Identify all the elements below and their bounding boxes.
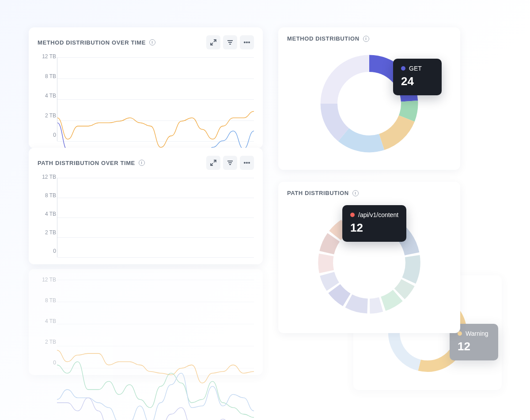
title-text: PATH DISTRIBUTION xyxy=(287,190,349,196)
tooltip-value: 12 xyxy=(458,340,490,353)
tooltip-label: /api/v1/content xyxy=(358,211,398,218)
chart-body: 12 TB 8 TB 4 TB 2 TB 0 xyxy=(29,54,263,148)
expand-icon xyxy=(210,159,217,166)
more-button[interactable] xyxy=(240,35,254,49)
card-header: PATH DISTRIBUTION i xyxy=(278,182,460,196)
card-title: METHOD DISTRIBUTION OVER TIME i xyxy=(38,39,155,46)
donut-wrap: /api/v1/content 12 xyxy=(278,196,460,333)
tooltip-label: GET xyxy=(409,65,422,72)
card-path-over-time: PATH DISTRIBUTION OVER TIME i 12 TB 8 TB… xyxy=(29,148,263,264)
y-axis: 12 TB 8 TB 4 TB 2 TB 0 xyxy=(34,54,56,138)
info-icon[interactable]: i xyxy=(149,39,155,45)
legend-dot xyxy=(350,213,355,217)
card-title: PATH DISTRIBUTION i xyxy=(287,190,359,196)
tooltip-label-row: GET xyxy=(401,65,434,72)
info-icon[interactable]: i xyxy=(139,160,145,166)
card-header: METHOD DISTRIBUTION OVER TIME i xyxy=(29,27,263,54)
expand-button[interactable] xyxy=(206,156,220,170)
svg-point-4 xyxy=(246,162,247,163)
y-tick: 0 xyxy=(34,132,56,138)
expand-button[interactable] xyxy=(206,35,220,49)
y-tick: 4 TB xyxy=(34,93,56,98)
y-tick: 12 TB xyxy=(34,54,56,59)
plot-area xyxy=(57,280,254,368)
y-tick: 0 xyxy=(34,360,56,365)
chart-body: 12 TB 8 TB 4 TB 2 TB 0 xyxy=(29,269,263,375)
tooltip-label: Warning xyxy=(466,330,488,337)
card-header: PATH DISTRIBUTION OVER TIME i xyxy=(29,148,263,174)
tooltip-value: 12 xyxy=(350,221,398,235)
svg-point-2 xyxy=(249,42,250,43)
y-tick: 8 TB xyxy=(34,74,56,79)
legend-dot xyxy=(401,66,405,71)
card-title: METHOD DISTRIBUTION i xyxy=(287,35,369,42)
title-text: METHOD DISTRIBUTION OVER TIME xyxy=(38,39,146,46)
svg-point-3 xyxy=(244,162,245,163)
y-tick: 12 TB xyxy=(34,277,56,282)
tooltip-label-row: /api/v1/content xyxy=(350,211,398,218)
card-method-dist: METHOD DISTRIBUTION i GET 24 xyxy=(278,27,460,170)
donut-wrap: GET 24 xyxy=(278,42,460,170)
title-text: METHOD DISTRIBUTION xyxy=(287,35,360,42)
svg-point-0 xyxy=(244,42,245,43)
y-tick: 8 TB xyxy=(34,193,56,198)
tooltip-label-row: Warning xyxy=(458,330,490,337)
tooltip-value: 24 xyxy=(401,75,434,88)
svg-point-5 xyxy=(249,162,250,163)
y-tick: 2 TB xyxy=(34,339,56,345)
y-tick: 12 TB xyxy=(34,174,56,180)
header-actions xyxy=(206,156,254,170)
y-tick: 4 TB xyxy=(34,211,56,217)
y-tick: 2 TB xyxy=(34,230,56,235)
tooltip-path: /api/v1/content 12 xyxy=(342,205,406,242)
filter-button[interactable] xyxy=(223,35,237,49)
plot-area xyxy=(57,57,254,141)
card-method-over-time: METHOD DISTRIBUTION OVER TIME i 12 TB 8 … xyxy=(29,27,263,148)
plot-area xyxy=(57,178,254,257)
more-icon xyxy=(243,159,250,166)
filter-icon xyxy=(227,159,234,166)
more-icon xyxy=(243,39,250,46)
y-axis: 12 TB 8 TB 4 TB 2 TB 0 xyxy=(34,277,56,365)
expand-icon xyxy=(210,39,217,46)
more-button[interactable] xyxy=(240,156,254,170)
chart-body: 12 TB 8 TB 4 TB 2 TB 0 xyxy=(29,174,263,264)
y-tick: 4 TB xyxy=(34,319,56,324)
y-tick: 2 TB xyxy=(34,113,56,118)
y-tick: 0 xyxy=(34,248,56,254)
y-tick: 8 TB xyxy=(34,298,56,303)
card-faded-lines: 12 TB 8 TB 4 TB 2 TB 0 xyxy=(29,269,263,375)
svg-point-1 xyxy=(246,42,247,43)
card-title: PATH DISTRIBUTION OVER TIME i xyxy=(38,160,145,166)
info-icon[interactable]: i xyxy=(363,36,369,42)
header-actions xyxy=(206,35,254,49)
card-path-dist: PATH DISTRIBUTION i /api/v1/content 12 xyxy=(278,182,460,333)
title-text: PATH DISTRIBUTION OVER TIME xyxy=(38,160,135,166)
line-chart xyxy=(57,280,254,420)
info-icon[interactable]: i xyxy=(352,190,359,196)
filter-icon xyxy=(227,39,234,46)
tooltip-method: GET 24 xyxy=(393,59,442,95)
card-header: METHOD DISTRIBUTION i xyxy=(278,27,460,42)
bar-chart xyxy=(57,178,254,257)
filter-button[interactable] xyxy=(223,156,237,170)
y-axis: 12 TB 8 TB 4 TB 2 TB 0 xyxy=(34,174,56,254)
